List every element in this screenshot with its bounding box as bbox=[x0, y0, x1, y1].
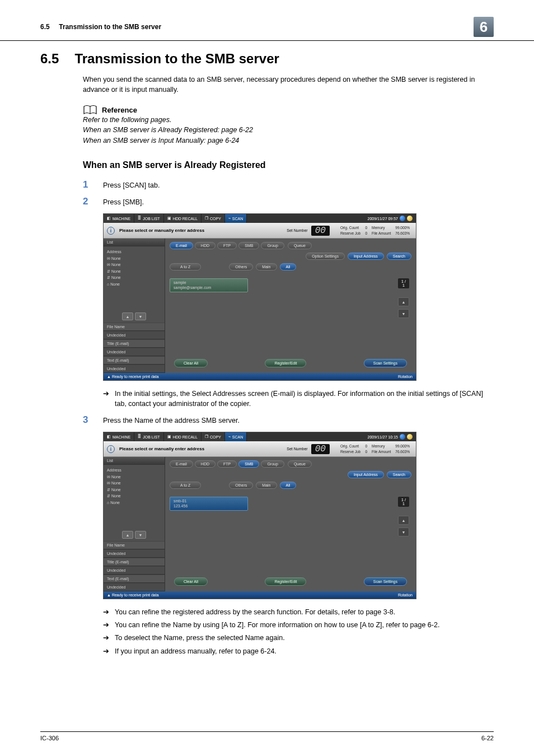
file-name-label: File Name bbox=[104, 323, 165, 331]
scroll-up-button[interactable]: ▲ bbox=[398, 297, 409, 306]
proto-ftp-button-2[interactable]: FTP bbox=[217, 460, 237, 468]
proto-smb-button-2[interactable]: SMB bbox=[238, 460, 259, 468]
search-button[interactable]: Search bbox=[387, 253, 411, 260]
proto-smb-button[interactable]: SMB bbox=[238, 242, 259, 249]
scan-settings-button[interactable]: Scan Settings bbox=[364, 359, 407, 367]
chapter-badge: 6 bbox=[474, 17, 494, 37]
step-3-text: Press the Name of the address SMB server… bbox=[103, 416, 240, 426]
scroll-up-button-2[interactable]: ▲ bbox=[398, 516, 409, 525]
file-name-label-2: File Name bbox=[104, 541, 165, 549]
scan-settings-button-2[interactable]: Scan Settings bbox=[364, 577, 407, 586]
reference-line-3: When an SMB server is Input Manually: pa… bbox=[83, 136, 494, 146]
proto-email-button[interactable]: E-mail bbox=[170, 242, 193, 249]
running-header: 6.5 Transmission to the SMB server bbox=[40, 23, 161, 31]
proto-hdd-button-2[interactable]: HDD bbox=[195, 460, 216, 468]
proto-email-button-2[interactable]: E-mail bbox=[170, 460, 193, 468]
bullet-2: ➔You can refine the Name by using [A to … bbox=[103, 620, 494, 630]
title-email-label-2: Title (E-mail) bbox=[104, 558, 165, 566]
address-none-1: ✉ None bbox=[107, 256, 161, 262]
tab-copy-2[interactable]: ❐COPY bbox=[202, 432, 225, 441]
tab-hddrecall-2[interactable]: ▣HDD RECALL bbox=[164, 432, 202, 441]
tab-machine-2[interactable]: ◧MACHINE bbox=[104, 432, 134, 441]
proto-group-button-2[interactable]: Group bbox=[261, 460, 284, 468]
file-name-value: Undecided bbox=[104, 331, 165, 339]
status-table: Orig. Count0Memory99.000% Reserve Job0Fi… bbox=[338, 225, 413, 237]
main-button-2[interactable]: Main bbox=[256, 482, 277, 489]
list-up-button[interactable]: ▲ bbox=[122, 312, 133, 320]
bullet-3: ➔To deselect the Name, press the selecte… bbox=[103, 633, 494, 643]
proto-queue-button[interactable]: Queue bbox=[288, 242, 312, 249]
address-label-2: Address bbox=[107, 468, 161, 474]
step-number-3: 3 bbox=[83, 414, 92, 426]
set-number-label-2: Set Number bbox=[287, 447, 307, 451]
tab-scan-2[interactable]: ⌁SCAN bbox=[225, 432, 247, 441]
help-icon[interactable] bbox=[407, 216, 413, 221]
others-button[interactable]: Others bbox=[229, 263, 253, 270]
tab-joblist[interactable]: ≣JOB LIST bbox=[134, 214, 163, 223]
others-button-2[interactable]: Others bbox=[229, 482, 253, 489]
page-indicator: 1 / 1 bbox=[398, 278, 409, 288]
atoz-button[interactable]: A to Z bbox=[170, 263, 201, 270]
tab-hddrecall[interactable]: ▣HDD RECALL bbox=[164, 214, 202, 223]
step-2-text: Press [SMB]. bbox=[103, 197, 144, 208]
reference-label: Reference bbox=[102, 106, 137, 114]
main-button[interactable]: Main bbox=[256, 263, 277, 270]
proto-ftp-button[interactable]: FTP bbox=[217, 242, 237, 249]
reference-line-1: Refer to the following pages. bbox=[83, 115, 494, 125]
note-after-shot-1: ➔ In the initial settings, the Select Ad… bbox=[103, 389, 494, 409]
all-button-2[interactable]: All bbox=[280, 482, 297, 489]
proto-queue-button-2[interactable]: Queue bbox=[288, 460, 312, 468]
list-header-2: List bbox=[104, 457, 165, 465]
header-section-num: 6.5 bbox=[40, 23, 50, 31]
tab-machine[interactable]: ◧MACHINE bbox=[104, 214, 134, 223]
proto-hdd-button[interactable]: HDD bbox=[195, 242, 216, 249]
tab-scan[interactable]: ⌁SCAN bbox=[225, 214, 247, 223]
address-entry-sample[interactable]: sample sample@sample.com bbox=[170, 278, 248, 292]
arrow-icon: ➔ bbox=[103, 389, 109, 409]
proto-group-button[interactable]: Group bbox=[261, 242, 284, 249]
input-address-button[interactable]: Input Address bbox=[348, 253, 384, 260]
search-button-2[interactable]: Search bbox=[387, 471, 411, 478]
scroll-down-button-2[interactable]: ▼ bbox=[398, 528, 409, 536]
datetime-2: 2009/11/27 10:15 bbox=[364, 432, 416, 441]
clear-all-button[interactable]: Clear All bbox=[174, 359, 208, 367]
list-header: List bbox=[104, 239, 165, 246]
address-none-2: ✉ None bbox=[107, 262, 161, 268]
status-bar-text-2: ▲ Ready to receive print data bbox=[107, 593, 159, 597]
list-down-button[interactable]: ▼ bbox=[135, 312, 146, 320]
footer-page: 6-22 bbox=[481, 735, 494, 741]
reference-heading: Reference bbox=[83, 105, 494, 115]
subsection-title: When an SMB server is Already Registered bbox=[83, 160, 494, 170]
arrow-icon: ➔ bbox=[103, 633, 109, 643]
header-section-title: Transmission to the SMB server bbox=[59, 23, 161, 31]
address-label: Address bbox=[107, 249, 161, 255]
tab-joblist-2[interactable]: ≣JOB LIST bbox=[134, 432, 163, 441]
atoz-button-2[interactable]: A to Z bbox=[170, 482, 201, 489]
step-number-2: 2 bbox=[83, 196, 92, 207]
set-number-value: 00 bbox=[311, 226, 330, 236]
rotation-label-2: Rotation bbox=[398, 593, 413, 597]
arrow-icon: ➔ bbox=[103, 620, 109, 630]
status-bar-text: ▲ Ready to receive print data bbox=[107, 375, 159, 379]
option-settings-button[interactable]: Option Settings bbox=[306, 253, 345, 260]
tab-copy[interactable]: ❐COPY bbox=[202, 214, 225, 223]
input-address-button-2[interactable]: Input Address bbox=[348, 471, 384, 478]
indicator-blue-icon bbox=[400, 216, 405, 221]
arrow-icon: ➔ bbox=[103, 646, 109, 656]
list-down-button-2[interactable]: ▼ bbox=[135, 531, 146, 539]
bullet-1: ➔You can refine the registered address b… bbox=[103, 607, 494, 617]
intro-paragraph: When you send the scanned data to an SMB… bbox=[83, 74, 494, 95]
section-title-row: 6.5 Transmission to the SMB server bbox=[40, 51, 494, 67]
all-button[interactable]: All bbox=[280, 263, 297, 270]
address-entry-smb01[interactable]: smb-01 123.456 bbox=[170, 497, 248, 511]
clear-all-button-2[interactable]: Clear All bbox=[174, 577, 208, 586]
set-number-label: Set Number bbox=[287, 228, 307, 232]
list-up-button-2[interactable]: ▲ bbox=[122, 531, 133, 539]
step-number-1: 1 bbox=[83, 179, 92, 190]
scan-screen-2: ◧MACHINE ≣JOB LIST ▣HDD RECALL ❐COPY ⌁SC… bbox=[103, 432, 416, 599]
register-edit-button[interactable]: Register/Edit bbox=[265, 359, 306, 367]
info-message: Please select or manually enter address bbox=[119, 228, 204, 233]
help-icon-2[interactable] bbox=[407, 434, 413, 440]
register-edit-button-2[interactable]: Register/Edit bbox=[265, 577, 306, 586]
scroll-down-button[interactable]: ▼ bbox=[398, 309, 409, 318]
